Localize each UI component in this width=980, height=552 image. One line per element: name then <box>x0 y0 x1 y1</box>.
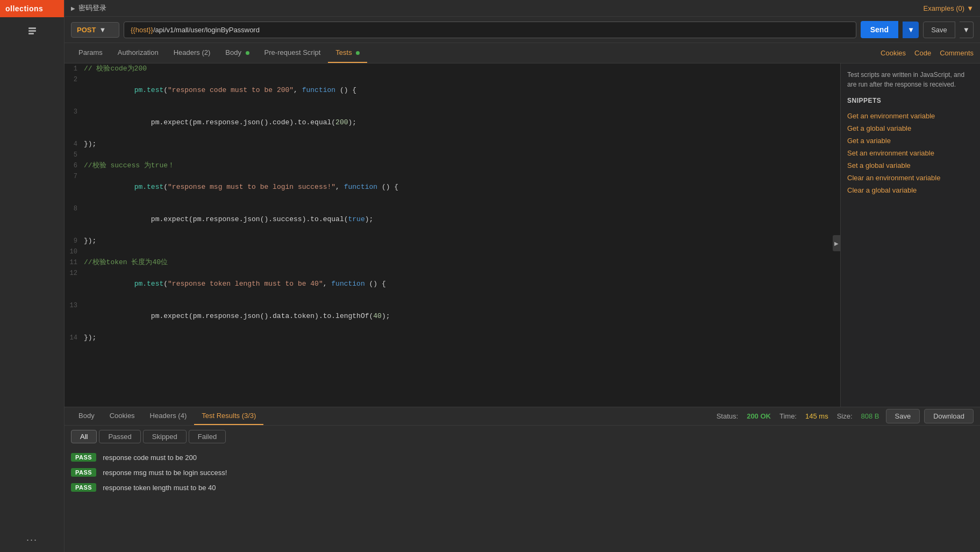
code-link[interactable]: Code <box>914 44 931 62</box>
sidebar-more-icon[interactable]: ··· <box>0 528 64 552</box>
send-dropdown-button[interactable]: ▼ <box>903 22 919 38</box>
line-num-10: 10 <box>65 246 84 257</box>
line-content-2: pm.test("response code must to be 200", … <box>84 74 840 107</box>
code-line-14: 14 }); <box>65 332 840 343</box>
svg-rect-1 <box>28 30 36 32</box>
tab-body[interactable]: Body <box>218 43 256 63</box>
breadcrumb-title: 密码登录 <box>78 3 106 13</box>
url-path: /api/v1/mall/user/loginByPassword <box>153 26 260 34</box>
line-content-8: pm.expect(pm.response.json().success).to… <box>84 203 840 236</box>
test-result-row-3: PASS response token length must to be 40 <box>71 480 974 495</box>
size-value: 808 B <box>861 412 879 420</box>
line-num-4: 4 <box>65 139 84 150</box>
code-line-12: 12 pm.test("response token length must t… <box>65 268 840 300</box>
url-host: {{host}} <box>131 26 153 34</box>
line-num-12: 12 <box>65 268 84 279</box>
line-num-7: 7 <box>65 171 84 182</box>
snippets-toggle-button[interactable]: ▶ <box>833 235 840 251</box>
line-content-14: }); <box>84 332 840 343</box>
line-content-9: }); <box>84 236 840 246</box>
filter-failed[interactable]: Failed <box>189 430 226 443</box>
line-content-13: pm.expect(pm.response.json().data.token)… <box>84 300 840 332</box>
snippet-set-global-var[interactable]: Set a global variable <box>847 159 974 172</box>
breadcrumb-chevron-icon: ▶ <box>71 5 75 11</box>
code-line-13: 13 pm.expect(pm.response.json().data.tok… <box>65 300 840 332</box>
comments-link[interactable]: Comments <box>940 44 974 62</box>
line-content-4: }); <box>84 139 840 150</box>
tab-response-headers[interactable]: Headers (4) <box>142 407 195 425</box>
save-dropdown-button[interactable]: ▼ <box>960 22 974 38</box>
line-num-13: 13 <box>65 300 84 311</box>
svg-rect-2 <box>28 33 34 34</box>
code-line-6: 6 //校验 success 为true！ <box>65 160 840 171</box>
tab-params[interactable]: Params <box>71 43 110 63</box>
test-result-name-3: response token length must to be 40 <box>103 484 216 492</box>
bottom-download-button[interactable]: Download <box>924 409 974 423</box>
sidebar-title: ollections <box>0 0 64 17</box>
test-result-badge-3: PASS <box>71 483 96 492</box>
method-label: POST <box>77 26 96 34</box>
status-value: 200 OK <box>747 412 771 420</box>
filter-skipped[interactable]: Skipped <box>143 430 187 443</box>
test-result-name-1: response code must to be 200 <box>103 454 197 462</box>
bottom-action-buttons: Save Download <box>886 409 974 423</box>
line-content-3: pm.expect(pm.response.json().code).to.eq… <box>84 107 840 139</box>
code-line-4: 4 }); <box>65 139 840 150</box>
bottom-save-button[interactable]: Save <box>886 409 920 423</box>
line-content-6: //校验 success 为true！ <box>84 160 840 171</box>
tabs-right: Cookies Code Comments <box>881 44 974 62</box>
line-num-6: 6 <box>65 160 84 171</box>
snippet-get-var[interactable]: Get a variable <box>847 135 974 147</box>
snippet-get-global-var[interactable]: Get a global variable <box>847 122 974 135</box>
line-num-14: 14 <box>65 332 84 343</box>
tab-body-label: Body <box>225 48 241 56</box>
snippet-clear-global-var[interactable]: Clear a global variable <box>847 184 974 196</box>
url-bar: POST ▼ {{host}}/api/v1/mall/user/loginBy… <box>65 17 980 43</box>
filter-all[interactable]: All <box>71 430 97 443</box>
tab-headers[interactable]: Headers (2) <box>166 43 218 63</box>
snippet-clear-env-var[interactable]: Clear an environment variable <box>847 172 974 184</box>
tab-body-dot <box>246 51 249 55</box>
examples-chevron-icon: ▼ <box>967 4 974 12</box>
tab-response-body[interactable]: Body <box>71 407 102 425</box>
method-select[interactable]: POST ▼ <box>71 22 119 38</box>
test-result-badge-2: PASS <box>71 468 96 477</box>
line-num-8: 8 <box>65 203 84 214</box>
time-label: Time: <box>779 412 797 420</box>
tab-pre-request-script[interactable]: Pre-request Script <box>257 43 328 63</box>
bottom-tabs-bar: Body Cookies Headers (4) Test Results (3… <box>65 407 980 426</box>
filter-passed[interactable]: Passed <box>99 430 140 443</box>
examples-button[interactable]: Examples (0) ▼ <box>924 4 974 12</box>
send-button[interactable]: Send <box>861 21 898 38</box>
line-num-1: 1 <box>65 63 84 74</box>
snippets-description: Test scripts are written in JavaScript, … <box>847 70 974 89</box>
code-line-8: 8 pm.expect(pm.response.json().success).… <box>65 203 840 236</box>
code-line-2: 2 pm.test("response code must to be 200"… <box>65 74 840 107</box>
tab-response-cookies[interactable]: Cookies <box>102 407 142 425</box>
tab-tests[interactable]: Tests <box>328 43 367 63</box>
line-content-7: pm.test("response msg must to be login s… <box>84 171 840 203</box>
cookies-link[interactable]: Cookies <box>881 44 906 62</box>
url-input[interactable]: {{host}}/api/v1/mall/user/loginByPasswor… <box>124 22 856 38</box>
line-content-1: // 校验code为200 <box>84 63 840 74</box>
examples-label: Examples (0) <box>924 4 965 12</box>
code-editor[interactable]: 1 // 校验code为200 2 pm.test("response code… <box>65 63 840 407</box>
line-num-3: 3 <box>65 107 84 117</box>
snippet-set-env-var[interactable]: Set an environment variable <box>847 147 974 159</box>
app-container: ollections ··· ▶ 密码登录 Examples (0) ▼ POS… <box>0 0 980 552</box>
line-num-5: 5 <box>65 150 84 160</box>
breadcrumb-bar: ▶ 密码登录 Examples (0) ▼ <box>65 0 980 17</box>
sidebar-icon-btn[interactable] <box>23 22 42 41</box>
save-button[interactable]: Save <box>923 22 955 38</box>
test-result-badge-1: PASS <box>71 453 96 462</box>
code-line-5: 5 <box>65 150 840 160</box>
request-tabs-bar: Params Authorization Headers (2) Body Pr… <box>65 43 980 63</box>
line-content-11: //校验token 长度为40位 <box>84 257 840 268</box>
line-content-12: pm.test("response token length must to b… <box>84 268 840 300</box>
test-result-name-2: response msg must to be login success! <box>103 469 227 477</box>
line-num-11: 11 <box>65 257 84 268</box>
test-result-row-2: PASS response msg must to be login succe… <box>71 465 974 480</box>
tab-authorization[interactable]: Authorization <box>110 43 166 63</box>
tab-test-results[interactable]: Test Results (3/3) <box>194 407 263 425</box>
snippet-get-env-var[interactable]: Get an environment variable <box>847 110 974 122</box>
